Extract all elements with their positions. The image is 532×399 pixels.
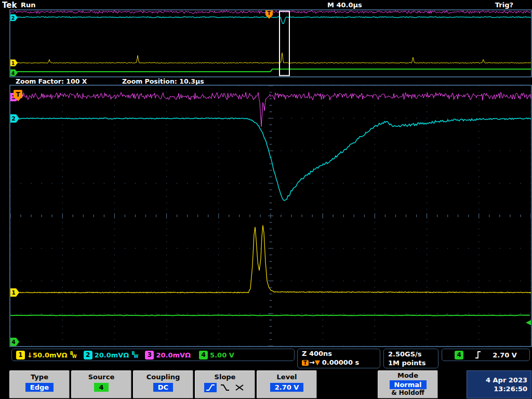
marker-label: 1 xyxy=(11,289,16,296)
trigger-status: Trig? xyxy=(495,1,513,9)
menu-button-value: 4 xyxy=(94,383,108,392)
menu-button-title: Source xyxy=(72,373,131,381)
slope-options xyxy=(195,383,255,392)
ch2-wave-overview xyxy=(10,17,531,23)
menu-button-type[interactable]: Type Edge xyxy=(9,370,70,398)
channel-scale: ↓50.0mVΩ xyxy=(27,351,68,359)
trigger-time-value: 0.00000 s xyxy=(322,358,359,366)
marker-label: 2 xyxy=(11,15,15,21)
ch1-wave-overview xyxy=(10,53,531,63)
date-time-display: 4 Apr 2023 13:26:50 xyxy=(467,370,531,398)
channel-marker-ch4: 4 xyxy=(10,70,18,76)
channel-readout-ch1: 1↓50.0mVΩBW xyxy=(16,351,75,360)
menu-button-value: Normal xyxy=(390,380,427,389)
date-readout: 4 Apr 2023 xyxy=(467,376,527,384)
menu-button-level[interactable]: Level 2.70 V xyxy=(257,370,317,398)
menu-button-slope[interactable]: Slope xyxy=(195,370,255,398)
menu-button-mode[interactable]: Mode Normal & Holdoff xyxy=(378,370,438,398)
channel-badge: 2 xyxy=(84,351,92,360)
zoom-timebase-readout: Z 400ns T→▼0.00000 s xyxy=(297,349,380,368)
slope-either-icon[interactable] xyxy=(233,383,246,392)
channel-marker-ch2: 2 xyxy=(10,114,19,123)
ch2-wave xyxy=(10,118,531,201)
bandwidth-limit-icon: BW xyxy=(70,351,75,358)
channel-readout-ch3: 320.0mVΩ xyxy=(145,351,191,360)
menu-button-source[interactable]: Source 4 xyxy=(71,370,131,398)
marker-label: T xyxy=(268,10,271,16)
trigger-level-readout: 2.70 V xyxy=(493,351,517,359)
record-length-readout: 1M points xyxy=(388,359,425,367)
time-readout: 13:26:50 xyxy=(467,384,527,393)
softkey-menu: Type Edge Source 4 Coupling DC Slope xyxy=(0,370,532,399)
ch3-wave xyxy=(10,92,531,127)
readout-bar: 1↓50.0mVΩBW220.0mVΩBW320.0mVΩ45.00 V Z 4… xyxy=(0,347,532,370)
sample-rate-readout: 2.50GS/s xyxy=(388,350,422,358)
menu-button-title: Slope xyxy=(195,373,255,381)
marker-label: T xyxy=(16,91,20,98)
channel-badge: 4 xyxy=(199,351,208,360)
menu-button-value: 2.70 V xyxy=(270,383,304,392)
zoom-waveform-display: 3214T xyxy=(10,86,531,346)
channel-marker-ch1: 1 xyxy=(10,288,19,297)
trigger-level-marker[interactable] xyxy=(526,320,531,325)
marker-label: 1 xyxy=(11,60,15,66)
menu-button-value-extra: & Holdoff xyxy=(378,389,437,396)
horizontal-position-readout: T→▼0.00000 s xyxy=(302,358,359,367)
oscilloscope-screen: Tek Run M 40.0µs Trig? T214 Zoom Factor:… xyxy=(0,0,532,399)
menu-button-value: Edge xyxy=(25,383,54,392)
channel-marker-ch1: 1 xyxy=(10,60,18,66)
slope-rising-icon[interactable] xyxy=(204,383,217,392)
channel-badge: 1 xyxy=(16,351,25,360)
trigger-icon: T xyxy=(302,360,309,366)
channel-marker-ch2: 2 xyxy=(10,15,18,21)
slope-falling-icon[interactable] xyxy=(219,383,231,392)
zoom-factor-readout: Zoom Factor: 100 X xyxy=(16,77,87,85)
zoom-position-readout: Zoom Position: 10.3µs xyxy=(122,77,204,85)
ch4-wave xyxy=(10,315,530,316)
channel-scale: 20.0mVΩ xyxy=(156,351,191,359)
trigger-source-badge: 4 xyxy=(455,351,463,360)
acquisition-status: Run xyxy=(21,1,36,9)
menu-button-title: Mode xyxy=(378,371,437,379)
marker-label: 4 xyxy=(11,339,16,345)
overview-waveform-display: T214 xyxy=(10,10,531,76)
overview-window: T214 xyxy=(9,9,532,77)
ch4-wave-overview xyxy=(10,69,531,72)
main-timebase-readout: M 40.0µs xyxy=(327,1,362,9)
bandwidth-limit-icon: BW xyxy=(131,351,137,358)
channel-scale: 20.0mVΩ xyxy=(95,351,129,359)
zoom-scale-readout: Z 400ns xyxy=(302,350,332,358)
acquisition-readout: 2.50GS/s 1M points xyxy=(383,349,438,368)
menu-button-title: Type xyxy=(10,373,69,381)
channel-readout-ch4: 45.00 V xyxy=(199,351,234,360)
menu-button-coupling[interactable]: Coupling DC xyxy=(133,370,193,398)
status-bar: Tek Run M 40.0µs Trig? xyxy=(0,0,532,9)
channel-readouts: 1↓50.0mVΩBW220.0mVΩBW320.0mVΩ45.00 V xyxy=(11,349,295,361)
channel-badge: 3 xyxy=(145,351,154,360)
trigger-readout: 4 2.70 V xyxy=(442,349,530,361)
channel-readout-ch2: 220.0mVΩBW xyxy=(84,351,137,360)
zoom-window: 3214T xyxy=(9,85,532,347)
graticule-center-ticks xyxy=(10,86,531,346)
zoom-info-bar: Zoom Factor: 100 X Zoom Position: 10.3µs xyxy=(10,78,530,85)
arrow-icon: → xyxy=(309,358,315,366)
trigger-slope-icon xyxy=(475,351,481,359)
menu-button-value: DC xyxy=(153,383,173,392)
marker-label: 4 xyxy=(11,70,15,76)
channel-scale: 5.00 V xyxy=(210,351,234,359)
menu-button-title: Coupling xyxy=(134,373,193,381)
marker-label: 2 xyxy=(11,115,16,122)
position-marker-icon: ▼ xyxy=(315,358,320,366)
tek-logo: Tek xyxy=(2,1,17,10)
menu-button-title: Level xyxy=(257,373,316,381)
channel-marker-ch4: 4 xyxy=(10,338,19,346)
